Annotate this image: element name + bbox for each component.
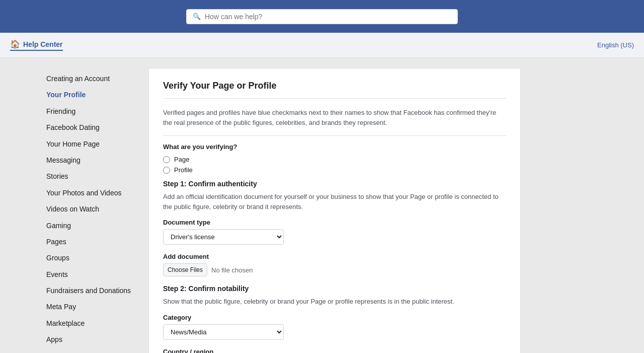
sub-header: 🏠 Help Center English (US) <box>0 33 644 58</box>
step2-desc: Show that the public figure, celebrity o… <box>163 297 506 307</box>
sidebar-item[interactable]: Stories <box>45 168 138 184</box>
radio-page-label: Page <box>174 156 189 163</box>
help-center-label: Help Center <box>23 40 63 48</box>
country-label: Country / region <box>163 348 506 354</box>
sidebar-item[interactable]: Friending <box>45 103 138 119</box>
main-content: Verify Your Page or Profile Verified pag… <box>148 68 521 353</box>
step2-header: Step 2: Confirm notability <box>163 285 506 293</box>
sidebar-item[interactable]: Your Photos and Videos <box>45 185 138 201</box>
document-type-label: Document type <box>163 219 506 226</box>
sidebar-item[interactable]: Fundraisers and Donations <box>45 283 138 299</box>
category-field: Category News/Media Sports Entertainment… <box>163 314 506 340</box>
intro-text: Verified pages and profiles have blue ch… <box>163 108 506 127</box>
sidebar-item[interactable]: Gaming <box>45 218 138 234</box>
no-file-chosen-text: No file chosen <box>211 266 253 274</box>
step1-header: Step 1: Confirm authenticity <box>163 180 506 188</box>
sidebar-item[interactable]: Apps <box>45 331 138 347</box>
category-select[interactable]: News/Media Sports Entertainment Business… <box>163 324 284 340</box>
content-area: Creating an AccountYour ProfileFriending… <box>45 68 599 353</box>
main-wrapper: Creating an AccountYour ProfileFriending… <box>0 58 644 353</box>
radio-profile-label: Profile <box>174 166 193 174</box>
sidebar-item[interactable]: Videos on Watch <box>45 201 138 217</box>
document-type-field: Document type Driver's license Passport … <box>163 219 506 245</box>
file-upload-row: Choose Files No file chosen <box>163 263 506 276</box>
sidebar-item[interactable]: Groups <box>45 250 138 266</box>
radio-profile-input[interactable] <box>163 167 170 174</box>
choose-files-button[interactable]: Choose Files <box>163 263 207 276</box>
sidebar-item[interactable]: Messaging <box>45 152 138 168</box>
page-title: Verify Your Page or Profile <box>163 81 506 99</box>
add-document-field: Add document Choose Files No file chosen <box>163 253 506 276</box>
home-icon: 🏠 <box>10 39 20 49</box>
sidebar-item[interactable]: Creating an Account <box>45 70 138 87</box>
search-icon: 🔍 <box>193 13 201 20</box>
sidebar-item[interactable]: Pages <box>45 234 138 250</box>
sidebar-item[interactable]: Facebook Dating <box>45 119 138 135</box>
sidebar: Creating an AccountYour ProfileFriending… <box>45 68 138 353</box>
radio-profile-option[interactable]: Profile <box>163 166 506 174</box>
document-type-select[interactable]: Driver's license Passport National ID Bu… <box>163 229 284 245</box>
verifying-label: What are you verifying? <box>163 143 506 151</box>
search-input[interactable] <box>205 13 451 21</box>
sidebar-item[interactable]: Your Profile <box>45 87 138 103</box>
add-document-label: Add document <box>163 253 506 260</box>
step1-desc: Add an official identification document … <box>163 192 506 211</box>
header: facebook 🔍 <box>0 0 644 33</box>
divider-1 <box>163 135 506 136</box>
sidebar-item[interactable]: Meta Pay <box>45 299 138 315</box>
country-field: Country / region Enter the country or re… <box>163 348 506 354</box>
sidebar-item[interactable]: Your Home Page <box>45 136 138 152</box>
category-label: Category <box>163 314 506 321</box>
sidebar-item[interactable]: Events <box>45 266 138 283</box>
sidebar-item[interactable]: Marketplace <box>45 315 138 331</box>
radio-page-input[interactable] <box>163 156 170 163</box>
radio-page-option[interactable]: Page <box>163 156 506 163</box>
language-link[interactable]: English (US) <box>597 41 634 49</box>
help-center-link[interactable]: 🏠 Help Center <box>10 39 63 51</box>
radio-group: Page Profile <box>163 156 506 174</box>
sidebar-item[interactable]: Facebook Mobile Apps <box>45 348 138 353</box>
search-bar[interactable]: 🔍 <box>186 9 458 24</box>
